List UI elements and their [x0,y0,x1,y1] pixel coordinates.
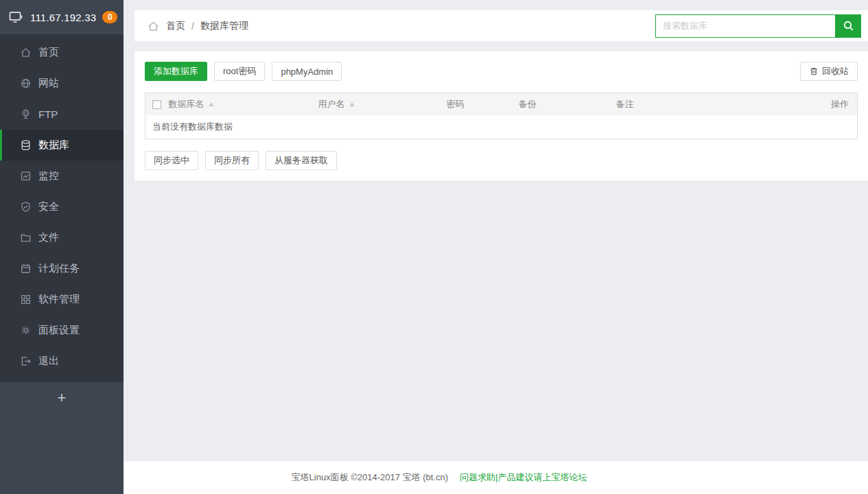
column-header-username[interactable]: 用户名 [318,93,447,115]
sync-actions: 同步选中 同步所有 从服务器获取 [145,151,858,170]
message-badge[interactable]: 0 [102,11,117,23]
sidebar-item-label: 面板设置 [38,324,80,337]
table-empty-row: 当前没有数据库数据 [145,115,858,139]
sidebar-item-label: 退出 [38,355,59,368]
sidebar-item-label: 软件管理 [38,293,80,306]
add-database-button[interactable]: 添加数据库 [145,62,207,81]
home-icon [147,20,160,32]
sidebar-item-settings[interactable]: 面板设置 [0,315,124,346]
sidebar-item-label: 安全 [38,200,59,213]
sync-all-button[interactable]: 同步所有 [205,151,259,170]
breadcrumb-bar: 首页 / 数据库管理 [134,10,868,41]
trash-icon [809,67,819,76]
forum-link[interactable]: 问题求助|产品建议请上宝塔论坛 [460,471,587,484]
breadcrumb-separator: / [191,21,194,32]
database-icon [20,139,32,151]
database-table: 数据库名 用户名 密码 备份 备注 操作 当前没有数据库数据 [145,93,858,139]
recycle-bin-button[interactable]: 回收站 [800,62,858,81]
sidebar-item-home[interactable]: 首页 [0,37,124,68]
sidebar-item-website[interactable]: 网站 [0,68,124,99]
toolbar: 添加数据库 root密码 phpMyAdmin 回收站 [145,62,858,81]
sidebar-item-label: 网站 [38,77,59,90]
sidebar-item-label: 计划任务 [38,262,80,275]
shield-icon [20,201,32,213]
sort-asc-icon [349,102,355,106]
sidebar-item-database[interactable]: 数据库 [0,130,124,161]
breadcrumb-current: 数据库管理 [200,20,248,32]
breadcrumb-home[interactable]: 首页 [166,20,185,32]
empty-message: 当前没有数据库数据 [145,115,858,139]
column-header-dbname[interactable]: 数据库名 [169,93,318,115]
add-menu-button[interactable]: + [58,390,67,405]
search-input[interactable] [655,14,835,38]
sidebar-item-label: 数据库 [38,139,69,152]
sidebar-item-cron[interactable]: 计划任务 [0,253,124,284]
logout-icon [20,355,32,367]
main-area: 首页 / 数据库管理 添加数据库 root密码 phpMyAdmin [124,0,868,494]
folder-icon [20,232,32,244]
column-header-backup: 备份 [519,93,616,115]
sidebar-item-files[interactable]: 文件 [0,222,124,253]
search-box [655,14,861,38]
ftp-globe-icon [20,108,32,120]
root-password-button[interactable]: root密码 [214,62,265,81]
grid-icon [20,294,32,305]
column-header-action: 操作 [818,93,858,115]
sidebar-item-monitor[interactable]: 监控 [0,161,124,191]
sidebar-item-label: FTP [38,108,58,120]
server-header: 111.67.192.33 0 [0,0,124,34]
sidebar-item-label: 文件 [38,231,59,244]
calendar-icon [20,263,32,274]
monitor-chart-icon [20,170,32,182]
sidebar-item-label: 首页 [38,46,59,59]
table-header-row: 数据库名 用户名 密码 备份 备注 操作 [145,93,858,115]
sidebar-item-label: 监控 [38,169,59,183]
breadcrumb: 首页 / 数据库管理 [147,20,248,32]
sidebar-plus-area: + [0,382,124,414]
database-card: 添加数据库 root密码 phpMyAdmin 回收站 数据库名 [134,51,868,180]
sidebar: 111.67.192.33 0 首页 网站 FTP 数据库 监控 安全 [0,0,124,494]
globe-icon [20,78,32,89]
copyright-text: 宝塔Linux面板 ©2014-2017 宝塔 (bt.cn) [292,471,449,484]
sidebar-nav: 首页 网站 FTP 数据库 监控 安全 文件 计划任务 [0,34,124,382]
search-icon [843,20,854,32]
footer: 宝塔Linux面板 ©2014-2017 宝塔 (bt.cn) 问题求助|产品建… [124,461,868,494]
home-icon [20,47,32,58]
sort-asc-icon [209,102,214,106]
column-header-note: 备注 [616,93,818,115]
select-all-checkbox[interactable] [152,100,161,109]
sidebar-item-security[interactable]: 安全 [0,191,124,222]
sync-selected-button[interactable]: 同步选中 [145,151,198,170]
monitor-icon [9,10,24,24]
sidebar-item-ftp[interactable]: FTP [0,99,124,130]
content-area: 首页 / 数据库管理 添加数据库 root密码 phpMyAdmin [124,0,868,461]
fetch-from-server-button[interactable]: 从服务器获取 [266,151,337,170]
sidebar-item-software[interactable]: 软件管理 [0,284,124,315]
search-button[interactable] [835,14,861,38]
phpmyadmin-button[interactable]: phpMyAdmin [272,62,342,81]
sidebar-item-logout[interactable]: 退出 [0,346,124,377]
gear-icon [20,325,32,336]
server-ip: 111.67.192.33 [30,12,96,23]
column-header-password: 密码 [447,93,519,115]
recycle-bin-label: 回收站 [822,65,849,78]
